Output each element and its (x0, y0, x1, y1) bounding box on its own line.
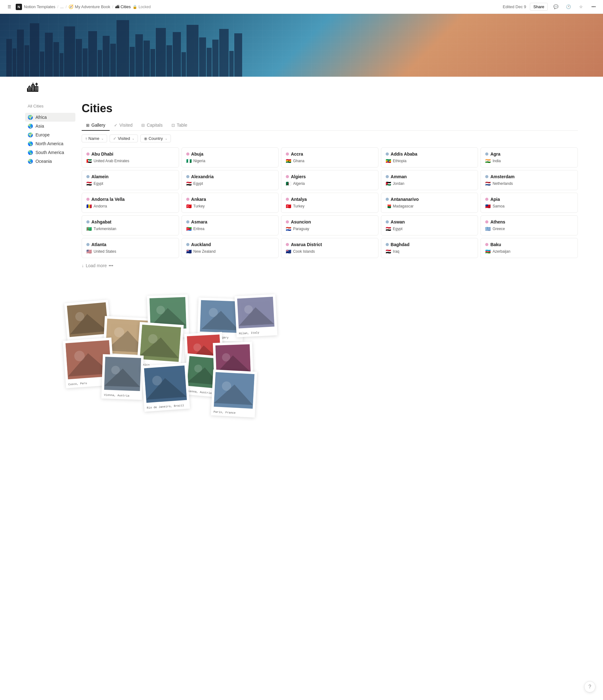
arrow-up-icon: ↑ (85, 136, 87, 141)
gallery-card[interactable]: Baghdad 🇮🇶 Iraq (381, 238, 478, 258)
filter-country-label: Country (149, 136, 163, 141)
card-dot (86, 198, 89, 201)
card-country-label: New Zealand (193, 249, 216, 254)
card-country-label: United Arab Emirates (94, 159, 129, 163)
sidebar-item-asia[interactable]: 🌏Asia (25, 122, 75, 130)
card-country: 🇪🇹 Ethiopia (386, 158, 474, 164)
card-name: Atlanta (86, 242, 174, 247)
tab-gallery[interactable]: ⊞Gallery (82, 120, 110, 131)
gallery-card[interactable]: Abuja 🇳🇬 Nigeria (182, 147, 279, 168)
comment-icon[interactable]: 💬 (551, 2, 560, 11)
gallery-card[interactable]: Alamein 🇪🇬 Egypt (82, 170, 179, 190)
sidebar-item-oceania[interactable]: 🌏Oceania (25, 157, 75, 166)
card-country-label: Turkey (293, 204, 304, 208)
breadcrumb-cities[interactable]: 🏙 Cities (115, 4, 131, 9)
sep-1: / (57, 4, 58, 9)
card-dot (186, 175, 189, 178)
card-country-label: United States (94, 249, 116, 254)
card-name: Ankara (186, 197, 274, 202)
share-button[interactable]: Share (530, 3, 548, 11)
flag-icon: 🇪🇬 (86, 181, 92, 186)
card-city-label: Asmara (191, 219, 207, 224)
gallery-card[interactable]: Algiers 🇩🇿 Algeria (281, 170, 378, 190)
polaroid-photo[interactable]: Vienna, Austria (101, 354, 144, 400)
card-dot (286, 220, 289, 224)
gallery-card[interactable]: Andorra la Vella 🇦🇩 Andorra (82, 193, 179, 213)
polaroid-photo[interactable]: Paris, France (211, 369, 257, 418)
tabs: ⊞Gallery✓Visited⊟Capitals⊡Table (82, 120, 578, 131)
card-name: Abuja (186, 151, 274, 156)
tab-icon: ✓ (114, 123, 117, 128)
card-dot (485, 243, 488, 246)
gallery-card[interactable]: Agra 🇮🇳 India (480, 147, 578, 168)
breadcrumb-notion-templates[interactable]: Notion Templates (24, 4, 55, 9)
card-country-label: India (493, 159, 501, 163)
gallery-card[interactable]: Amman 🇯🇴 Jordan (381, 170, 478, 190)
card-country-label: Algeria (293, 181, 305, 186)
sidebar-emoji: 🌏 (28, 124, 33, 129)
tab-icon: ⊞ (86, 123, 89, 128)
sidebar-item-africa[interactable]: 🌍Africa (25, 113, 75, 122)
gallery-card[interactable]: Amsterdam 🇳🇱 Netherlands (480, 170, 578, 190)
card-city-label: Atlanta (91, 242, 106, 247)
gallery-card[interactable]: Athens 🇬🇷 Greece (480, 215, 578, 235)
more-icon[interactable]: ••• (589, 2, 598, 11)
gallery-card[interactable]: Avarua District 🇨🇰 Cook Islands (281, 238, 378, 258)
card-city-label: Abuja (191, 151, 204, 156)
sidebar-label: North America (35, 141, 63, 146)
card-country-label: Greece (493, 227, 505, 231)
menu-icon[interactable]: ☰ (5, 2, 14, 11)
card-name: Baghdad (386, 242, 474, 247)
gallery-card[interactable]: Asmara 🇪🇷 Eritrea (182, 215, 279, 235)
gallery-card[interactable]: Baku 🇦🇿 Azerbaijan (480, 238, 578, 258)
flag-icon: 🇵🇾 (286, 226, 291, 231)
card-dot (186, 243, 189, 246)
gallery-card[interactable]: Asuncion 🇵🇾 Paraguay (281, 215, 378, 235)
clock-icon[interactable]: 🕐 (564, 2, 573, 11)
card-name: Auckland (186, 242, 274, 247)
card-country: 🇳🇬 Nigeria (186, 158, 274, 164)
card-country-label: Eritrea (193, 227, 205, 231)
tab-visited[interactable]: ✓Visited (110, 120, 137, 131)
tab-label: Table (177, 123, 187, 128)
gallery-card[interactable]: Addis Ababa 🇪🇹 Ethiopia (381, 147, 478, 168)
sidebar-item-north-america[interactable]: 🌎North America (25, 139, 75, 148)
load-more-label: Load more (86, 263, 107, 268)
filter-visited[interactable]: ✓ Visited ⌄ (110, 134, 138, 142)
tab-capitals[interactable]: ⊟Capitals (137, 120, 167, 131)
filter-name[interactable]: ↑ Name ⌄ (82, 134, 107, 142)
polaroid-label: Milan, Italy (239, 330, 275, 335)
gallery-card[interactable]: Ankara 🇹🇷 Turkey (182, 193, 279, 213)
gallery-card[interactable]: Accra 🇬🇭 Ghana (281, 147, 378, 168)
gallery-card[interactable]: Aswan 🇪🇬 Egypt (381, 215, 478, 235)
main-content: All Cities 🌍Africa🌏Asia🌍Europe🌎North Ame… (0, 96, 603, 286)
card-country-label: Turkey (193, 204, 205, 208)
notion-logo: N (16, 4, 22, 10)
breadcrumb-adventure-book[interactable]: 🧭 My Adventure Book (69, 4, 110, 9)
polaroid-photo[interactable]: Rio de Janeiro, Brazil (141, 363, 190, 412)
breadcrumb-ellipsis[interactable]: ... (60, 4, 64, 9)
gallery-card[interactable]: Antananarivo 🇲🇬 Madagascar (381, 193, 478, 213)
load-more-button[interactable]: ↓ Load more ••• (82, 258, 578, 273)
polaroid-photo[interactable]: Milan, Italy (235, 294, 278, 338)
gallery-card[interactable]: Atlanta 🇺🇸 United States (82, 238, 179, 258)
gallery-card[interactable]: Ashgabat 🇹🇲 Turkmenistan (82, 215, 179, 235)
sidebar-item-south-america[interactable]: 🌎South America (25, 148, 75, 157)
filter-visited-label: Visited (118, 136, 130, 141)
flag-icon: 🇼🇸 (485, 204, 491, 209)
card-country-label: Jordan (393, 181, 404, 186)
filter-country[interactable]: ◉ Country ⌄ (140, 134, 171, 142)
gallery-card[interactable]: Abu Dhabi 🇦🇪 United Arab Emirates (82, 147, 179, 168)
gallery-card[interactable]: Auckland 🇳🇿 New Zealand (182, 238, 279, 258)
card-country-label: Samoa (493, 204, 504, 208)
gallery-card[interactable]: Apia 🇼🇸 Samoa (480, 193, 578, 213)
gallery-card[interactable]: Antalya 🇹🇷 Turkey (281, 193, 378, 213)
tab-table[interactable]: ⊡Table (167, 120, 191, 131)
gallery-card[interactable]: Alexandria 🇪🇬 Egypt (182, 170, 279, 190)
sidebar-emoji: 🌎 (28, 150, 33, 155)
star-icon[interactable]: ☆ (577, 2, 585, 11)
tab-icon: ⊟ (141, 123, 145, 128)
card-name: Amman (386, 174, 474, 179)
sidebar-item-europe[interactable]: 🌍Europe (25, 130, 75, 139)
card-city-label: Alexandria (191, 174, 214, 179)
